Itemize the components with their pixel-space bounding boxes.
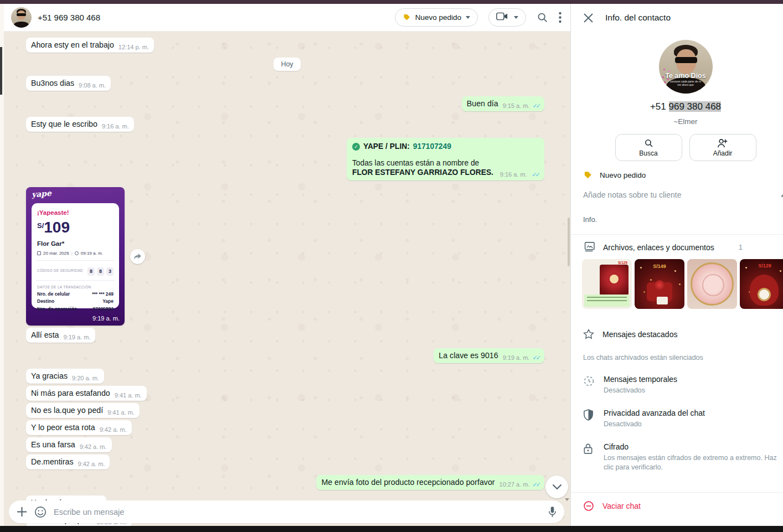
message-text: Buen día [467, 99, 498, 108]
disappearing-messages-row[interactable]: Mensajes temporales Desactivados [571, 361, 783, 395]
setting-title: Cifrado [604, 442, 783, 451]
encryption-row[interactable]: Cifrado Los mensajes están cifrados de e… [571, 429, 783, 472]
message-bubble-in[interactable]: Ya gracias9:20 a. m. [26, 369, 104, 384]
edit-pencil-icon[interactable] [780, 189, 783, 200]
starred-messages-row[interactable]: Mensajes destacados [571, 309, 783, 339]
message-time: 9:16 a. m. [102, 123, 129, 130]
message-time: 9:42 a. m. [100, 426, 127, 433]
danger-section: Vaciar chat Bloquear a +51 969 380 468 [571, 493, 783, 526]
search-in-chat-button[interactable]: Busca [615, 134, 682, 161]
video-call-button[interactable] [488, 8, 526, 27]
label-row-nuevo-pedido[interactable]: Nuevo pedido [571, 161, 783, 180]
price-text: S/129 [618, 261, 627, 265]
message-row: Y lo peor esta rota9:42 a. m. [4, 420, 570, 435]
chat-scrollbar-thumb[interactable] [568, 218, 570, 266]
read-ticks-icon: ✓✓ [533, 481, 539, 488]
panel-title: Info. del contacto [605, 13, 671, 23]
message-bubble-in[interactable]: Ni más para estafando9:41 a. m. [26, 386, 147, 401]
read-ticks-icon: ✓✓ [533, 354, 539, 361]
avatar-pink-speckles [663, 69, 665, 70]
message-time: 9:42 a. m. [80, 443, 107, 450]
message-input[interactable]: Escribe un mensaje [54, 508, 541, 516]
yape-plin-label: YAPE / PLIN: [363, 142, 410, 151]
rose [655, 280, 664, 290]
mic-icon[interactable] [548, 506, 557, 518]
forward-message-button[interactable] [130, 249, 145, 264]
message-text: La clave es 9016 [439, 351, 498, 360]
read-ticks-icon: ✓✓ [533, 102, 539, 109]
product-photo [600, 265, 629, 296]
chat-contact-avatar[interactable] [11, 7, 32, 28]
yape-receipt-image[interactable]: yape ¡Yapeaste! S/109 Flor Gar* 20 mar. … [26, 187, 125, 326]
clear-chat-button[interactable]: Vaciar chat [571, 493, 783, 519]
left-rail [0, 4, 4, 526]
scroll-to-bottom-button[interactable] [545, 476, 568, 498]
message-bubble-in[interactable]: Bu3nos dias9:08 a. m. [26, 76, 111, 91]
message-row: Me envía foto del producto recepcionado … [4, 475, 570, 490]
nuevo-pedido-dropdown[interactable]: Nuevo pedido [395, 8, 478, 27]
left-scrollbar-thumb[interactable] [0, 47, 2, 95]
avatar-shirt [14, 22, 29, 28]
message-bubble-in[interactable]: Es una farsa9:42 a. m. [26, 437, 112, 452]
media-thumbnail-rose-clock[interactable]: S/129 [740, 259, 783, 309]
clear-chat-label: Vaciar chat [602, 502, 641, 510]
message-bubble-out[interactable]: La clave es 90169:19 a. m.✓✓ [434, 348, 544, 363]
receipt-amount: 109 [44, 219, 70, 236]
avatar-sub-caption: conoces cada parte de m me dices que [659, 80, 713, 86]
message-text: Bu3nos dias [31, 79, 74, 87]
emoji-sticker-icon[interactable] [34, 506, 47, 518]
chat-header: +51 969 380 468 Nuevo pedido [4, 4, 570, 32]
message-bubble-in[interactable]: Y lo peor esta rota9:42 a. m. [26, 420, 132, 435]
tx-row-value: 07335883 [92, 306, 114, 312]
media-thumbnail-pink-rose[interactable] [687, 259, 737, 309]
message-bubble-in[interactable]: Allí esta9:19 a. m. [26, 328, 95, 343]
bokeh-lights [640, 267, 642, 268]
message-row: La clave es 90169:19 a. m.✓✓ [4, 348, 570, 363]
message-bubble-yape-info[interactable]: ✓ YAPE / PLIN: 917107249 Todas las cuent… [347, 138, 544, 180]
rose-closeup [691, 262, 734, 306]
message-text: Y lo peor esta rota [31, 423, 95, 432]
gift-card [657, 297, 668, 304]
message-bubble-out[interactable]: Buen día9:15 a. m.✓✓ [462, 96, 544, 111]
divider [36, 280, 115, 281]
scrollbar-down-arrow[interactable] [565, 498, 569, 501]
label-text: Nuevo pedido [600, 171, 646, 179]
menu-kebab-icon[interactable] [559, 12, 562, 23]
setting-title: Privacidad avanzada del chat [604, 409, 705, 417]
chat-pane: +51 969 380 468 Nuevo pedido [4, 4, 570, 526]
message-bubble-in[interactable]: No es la.que yo pedí9:41 a. m. [26, 403, 140, 418]
tx-row-label: Destino [37, 298, 54, 304]
advanced-privacy-row[interactable]: Privacidad avanzada del chat Desactivado [571, 395, 783, 429]
message-bubble-in[interactable]: Ahora esty en el trabajo12:14 p. m. [26, 38, 154, 53]
contact-profile-photo[interactable]: Te amo Dios conoces cada parte de m me d… [659, 40, 713, 94]
chevron-down-icon [466, 16, 470, 19]
message-bubble-in[interactable]: De.mentiras9:42 a. m. [26, 454, 110, 469]
composer-bar: Escribe un mensaje [9, 500, 564, 523]
search-icon[interactable] [537, 12, 548, 23]
contact-push-name: ~Elmer [571, 117, 783, 126]
attach-plus-icon[interactable] [17, 507, 27, 517]
notes-placeholder: Añade notas sobre tu cliente [583, 190, 681, 199]
security-code: 883 [85, 265, 114, 276]
message-bubble-in[interactable]: Esty que le escribo9:16 a. m. [26, 117, 134, 132]
message-bubble-out[interactable]: Me envía foto del producto recepcionado … [316, 475, 544, 490]
yape-logo: yape [31, 189, 51, 199]
media-thumbnail-rose-box[interactable]: S/149 [635, 259, 684, 309]
message-text: De.mentiras [31, 457, 73, 466]
tx-row-value: Yape [102, 298, 114, 304]
block-contact-button[interactable]: Bloquear a +51 969 380 468 [571, 521, 783, 526]
add-contact-button[interactable]: Añadir [689, 134, 756, 161]
client-notes-field[interactable]: Añade notas sobre tu cliente [571, 180, 783, 199]
media-thumbnail-chat-screenshot[interactable]: S/129 [582, 259, 632, 309]
close-icon[interactable] [583, 13, 594, 23]
message-text: Allí esta [31, 330, 59, 339]
tx-row-label: Nro. de operación [37, 306, 77, 312]
media-files-row[interactable]: Archivos, enlaces y documentos 1 [571, 235, 783, 257]
message-list: Ahora esty en el trabajo12:14 p. m.HoyBu… [4, 32, 570, 526]
contact-phone-number[interactable]: +51 969 380 468 [571, 101, 783, 112]
message-text: Ni más para estafando [31, 389, 110, 397]
chat-contact-phone[interactable]: +51 969 380 468 [38, 13, 395, 22]
window-titlebar [0, 0, 783, 4]
setting-subtitle: Desactivados [604, 386, 677, 395]
media-thumbnails: S/129 S/149 S/129 [571, 259, 783, 309]
